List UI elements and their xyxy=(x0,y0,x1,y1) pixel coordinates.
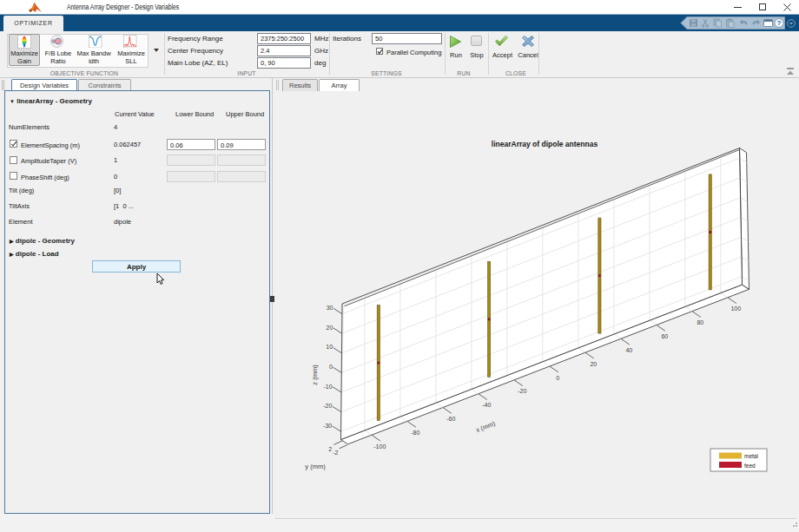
svg-text:100: 100 xyxy=(730,305,741,312)
svg-text:-60: -60 xyxy=(446,416,455,422)
svg-text:x (mm): x (mm) xyxy=(475,419,497,434)
svg-text:0: 0 xyxy=(329,364,333,370)
svg-text:-20: -20 xyxy=(323,403,332,409)
svg-text:metal: metal xyxy=(744,453,758,459)
svg-text:-2: -2 xyxy=(333,450,338,456)
svg-text:-80: -80 xyxy=(411,430,419,436)
svg-text:10: 10 xyxy=(326,344,333,350)
svg-text:20: 20 xyxy=(590,361,597,367)
svg-text:80: 80 xyxy=(697,319,703,325)
svg-text:y (mm): y (mm) xyxy=(305,463,326,470)
svg-text:feed: feed xyxy=(744,463,756,469)
svg-text:linearArray of dipole antennas: linearArray of dipole antennas xyxy=(492,140,598,148)
svg-text:z (mm): z (mm) xyxy=(311,365,319,385)
svg-text:20: 20 xyxy=(327,325,333,331)
svg-text:-20: -20 xyxy=(518,388,526,394)
svg-text:40: 40 xyxy=(625,347,632,353)
svg-text:60: 60 xyxy=(661,333,668,339)
svg-text:30: 30 xyxy=(327,305,333,311)
svg-text:2: 2 xyxy=(328,446,332,452)
svg-text:-30: -30 xyxy=(323,423,332,429)
svg-text:-10: -10 xyxy=(323,384,332,390)
svg-text:0: 0 xyxy=(556,375,559,381)
svg-text:?: ? xyxy=(777,19,782,27)
svg-text:-40: -40 xyxy=(482,402,491,408)
svg-text:-100: -100 xyxy=(373,443,386,450)
